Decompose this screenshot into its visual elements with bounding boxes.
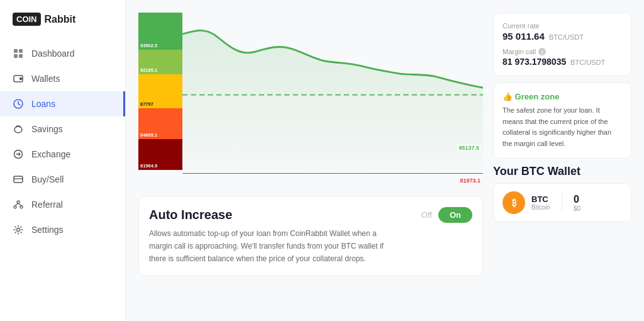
sidebar-item-buysell[interactable]: Buy/Sell [0, 167, 125, 192]
sidebar-label-exchange: Exchange [31, 149, 70, 159]
sidebar-item-referral[interactable]: Referral [0, 192, 125, 217]
sidebar-label-wallets: Wallets [31, 74, 60, 84]
sidebar-label-referral: Referral [31, 200, 63, 210]
sidebar-item-wallets[interactable]: Wallets [0, 66, 125, 91]
svg-rect-0 [14, 49, 18, 53]
settings-icon [13, 224, 24, 235]
sidebar-label-buysell: Buy/Sell [31, 174, 64, 184]
toggle-off-label: Off [421, 210, 432, 220]
right-panel: Current rate 95 011.64 BTC/USDT Margin c… [493, 13, 631, 308]
bar-label-orange: 84885.1 [140, 132, 157, 138]
logo: COIN Rabbit [0, 13, 125, 41]
auto-increase-title: Auto Increase [149, 208, 232, 222]
bar-green: 93502.5 [138, 13, 182, 50]
svg-point-14 [17, 228, 20, 232]
sidebar-label-savings: Savings [31, 124, 63, 134]
bar-yellow: 87797 [138, 74, 182, 108]
logo-rabbit: Rabbit [45, 14, 76, 25]
btc-usd: $0 [574, 205, 580, 212]
current-rate-label: Current rate [502, 22, 622, 30]
red-line-label: 81973.1 [460, 177, 480, 184]
btc-wallet-card: ₿ BTC Bitcoin 0 $0 [493, 183, 631, 222]
chart-svg [182, 13, 483, 170]
current-rate-value: 95 011.64 BTC/USDT [502, 31, 622, 42]
btc-wallet-title: Your BTC Wallet [493, 165, 631, 178]
chart-wrapper: 93502.5 92185.1 87797 84885.1 [138, 13, 483, 189]
sidebar-item-dashboard[interactable]: Dashboard [0, 41, 125, 66]
margin-unit: BTC/USDT [570, 59, 605, 66]
svg-rect-1 [19, 49, 23, 53]
btc-full-name: Bitcoin [531, 204, 550, 211]
referral-icon [13, 199, 24, 210]
green-zone-card: 👍 Green zone The safest zone for your lo… [493, 82, 631, 159]
svg-rect-5 [19, 77, 22, 80]
main-content: 93502.5 92185.1 87797 84885.1 [126, 0, 644, 321]
chart-section: 93502.5 92185.1 87797 84885.1 [138, 13, 483, 308]
sidebar-item-savings[interactable]: Savings [0, 116, 125, 142]
sidebar-label-dashboard: Dashboard [31, 48, 75, 59]
buysell-icon [13, 174, 24, 185]
chart-bars: 93502.5 92185.1 87797 84885.1 [138, 13, 182, 170]
toggle-group: Off On [421, 207, 472, 223]
svg-rect-8 [14, 176, 23, 183]
sidebar-label-loans: Loans [31, 99, 55, 109]
red-baseline [182, 173, 483, 174]
btc-icon: ₿ [502, 191, 525, 214]
bar-label-yg: 92185.1 [140, 67, 157, 73]
svg-rect-2 [14, 54, 18, 58]
sidebar-label-settings: Settings [31, 225, 64, 235]
green-zone-title: 👍 Green zone [502, 92, 622, 101]
rate-number: 95 011.64 [502, 31, 545, 42]
sidebar-item-loans[interactable]: Loans [0, 91, 125, 116]
sidebar: COIN Rabbit Dashboard Wallets [0, 0, 126, 321]
bar-orange: 84885.1 [138, 108, 182, 139]
rate-card: Current rate 95 011.64 BTC/USDT Margin c… [493, 13, 631, 76]
dashed-line-label: 95137.5 [457, 145, 480, 151]
toggle-on-button[interactable]: On [438, 207, 472, 223]
svg-rect-3 [19, 54, 23, 58]
sidebar-item-exchange[interactable]: Exchange [0, 142, 125, 167]
info-icon: i [538, 48, 546, 55]
loans-icon [13, 98, 24, 110]
btc-amount: 0 [574, 194, 580, 205]
margin-call-label: Margin call i [502, 48, 622, 55]
margin-call-value: 81 973.1798035 BTC/USDT [502, 57, 622, 67]
svg-point-9 [17, 201, 19, 203]
chart-line-area: 95137.5 [182, 13, 483, 170]
green-zone-description: The safest zone for your loan. It means … [502, 105, 622, 149]
svg-line-13 [18, 203, 21, 206]
bar-yellow-green: 92185.1 [138, 50, 182, 74]
savings-icon [13, 123, 24, 135]
btc-currency: BTC [531, 194, 550, 204]
bar-label-green: 93502.5 [140, 43, 157, 48]
margin-number: 81 973.1798035 [502, 57, 566, 67]
dashboard-icon [13, 48, 24, 59]
auto-increase-description: Allows automatic top-up of your loan fro… [149, 228, 401, 265]
btc-balance: 0 $0 [574, 194, 580, 212]
rate-unit: BTC/USDT [549, 33, 584, 41]
auto-increase-section: Auto Increase Off On Allows automatic to… [138, 196, 483, 276]
bar-darkred: 81964.9 [138, 139, 182, 170]
logo-coin: COIN [13, 13, 41, 26]
svg-point-10 [14, 206, 16, 208]
svg-point-11 [20, 206, 23, 208]
exchange-icon [13, 149, 24, 160]
content-row: 93502.5 92185.1 87797 84885.1 [138, 13, 631, 308]
svg-line-12 [15, 203, 18, 206]
wallet-icon [13, 73, 24, 84]
btc-divider [562, 193, 562, 213]
sidebar-item-settings[interactable]: Settings [0, 217, 125, 242]
btc-wallet-section: Your BTC Wallet ₿ BTC Bitcoin 0 $0 [493, 165, 631, 222]
auto-increase-header: Auto Increase Off On [149, 207, 472, 223]
bar-label-darkred: 81964.9 [140, 163, 157, 169]
bar-label-yellow: 87797 [140, 101, 153, 107]
btc-info: BTC Bitcoin [531, 194, 550, 211]
